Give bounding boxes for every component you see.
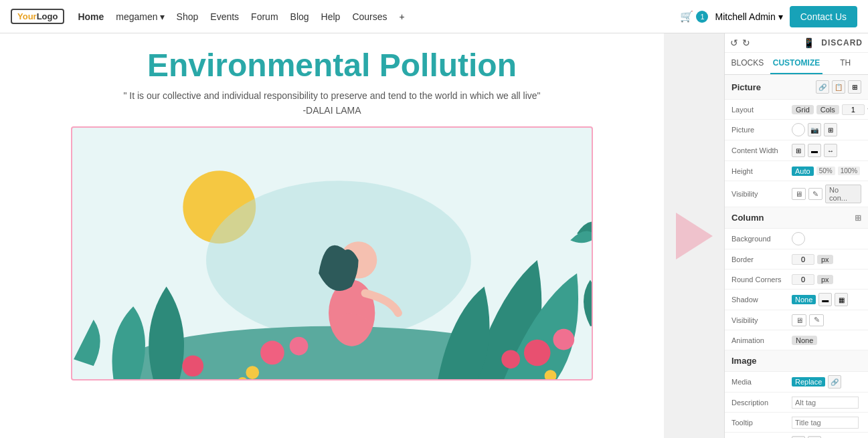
bg-image-icon[interactable]: 📷 [808,123,821,136]
prop-round-corners: Round Corners px [725,269,868,290]
page-title: Environmental Pollution [147,47,517,84]
prop-picture-bg-controls: 📷 ⊞ [792,123,861,136]
logo[interactable]: YourLogo [11,9,64,24]
nav-home[interactable]: Home [78,11,104,22]
media-label: Media [731,378,792,386]
width-custom-icon[interactable]: ↔ [824,144,837,157]
section-column-label: Column [731,213,764,223]
media-link-icon[interactable]: 🔗 [828,375,841,389]
mobile-icon[interactable]: 📱 [803,37,814,48]
image-container[interactable] [71,126,593,380]
svg-point-11 [501,350,520,368]
tooltip-input[interactable] [792,417,859,429]
media-replace-btn[interactable]: Replace [792,377,825,387]
tab-customize[interactable]: CUSTOMIZE [770,53,822,74]
col-visibility-edit[interactable]: ✎ [809,314,824,326]
nav-megamen[interactable]: megamen ▾ [116,11,164,22]
nav-courses[interactable]: Courses [352,11,387,22]
border-value[interactable] [792,254,814,265]
col-visibility-desktop[interactable]: 🖥 [792,314,806,326]
arrow-area [664,33,724,438]
picture-expand-icon[interactable]: ⊞ [848,80,861,94]
prop-picture-visibility: Visibility 🖥 ✎ No con... [725,181,868,207]
content-area: Environmental Pollution " It is our coll… [0,33,664,438]
nav-forum[interactable]: Forum [251,11,278,22]
nav-shop[interactable]: Shop [177,11,199,22]
prop-transform: Transform ⊡ ⊟ [725,433,868,438]
column-expand-icon[interactable]: ⊞ [855,213,861,223]
picture-copy-icon[interactable]: 📋 [832,80,845,94]
user-menu[interactable]: Mitchell Admin ▾ [715,11,782,22]
layout-cols-num[interactable]: 1 [842,104,865,115]
prop-shadow: Shadow None ▬ ▦ [725,290,868,310]
user-dropdown-icon: ▾ [778,11,783,22]
border-controls: px [792,254,861,265]
shadow-controls: None ▬ ▦ [792,293,861,306]
nav-help[interactable]: Help [321,11,341,22]
prop-tooltip: Tooltip [725,413,868,433]
round-corners-controls: px [792,274,861,285]
contact-button[interactable]: Contact Us [790,6,857,27]
animation-none[interactable]: None [792,336,817,345]
prop-content-width: Content Width ⊞ ▬ ↔ [725,140,868,161]
prop-border: Border px [725,249,868,269]
section-column: Column ⊞ [725,207,868,229]
logo-your: Your [17,11,37,21]
picture-link-icon[interactable]: 🔗 [816,80,829,94]
tab-blocks[interactable]: BLOCKS [725,53,770,74]
visibility-edit-icon[interactable]: ✎ [808,188,822,200]
prop-column-background: Background [725,229,868,249]
top-controls: ↺ ↻ 📱 DISCARD [725,33,868,53]
width-boxed-icon[interactable]: ⊞ [792,144,805,157]
height-100[interactable]: 100% [838,167,861,175]
prop-height: Height Auto 50% 100% [725,161,868,181]
navbar: YourLogo Home megamen ▾ Shop Events Foru… [0,0,868,33]
bg-color-circle[interactable] [792,123,805,136]
shadow-none[interactable]: None [792,295,816,304]
height-label: Height [731,167,792,175]
tab-th[interactable]: TH [822,53,868,74]
nav-events[interactable]: Events [210,11,239,22]
undo-icon[interactable]: ↺ [730,37,738,48]
column-visibility-label: Visibility [731,316,792,324]
round-corners-label: Round Corners [731,276,792,284]
shadow-hard-icon[interactable]: ▦ [835,293,848,306]
prop-layout-controls: Grid Cols 1 ▾ [792,104,868,115]
prop-layout: Layout Grid Cols 1 ▾ [725,100,868,120]
height-controls: Auto 50% 100% [792,167,861,176]
page-author: -DALAI LAMA [302,105,361,116]
redo-icon[interactable]: ↻ [742,37,750,48]
height-50[interactable]: 50% [816,167,835,175]
description-label: Description [731,399,792,407]
column-color-circle[interactable] [792,232,805,245]
prop-picture-background: Picture 📷 ⊞ [725,120,868,140]
content-width-controls: ⊞ ▬ ↔ [792,144,861,157]
bg-pattern-icon[interactable]: ⊞ [824,123,837,136]
cart-symbol: 🛒 [680,10,693,23]
sidebar-tabs: BLOCKS CUSTOMIZE TH [725,53,868,75]
layout-cols[interactable]: Cols [816,105,839,114]
visibility-desktop-icon[interactable]: 🖥 [792,188,806,200]
tooltip-controls [792,417,861,429]
page-subtitle: " It is our collective and individual re… [123,90,540,101]
section-image: Image [725,350,868,372]
shadow-soft-icon[interactable]: ▬ [818,293,832,306]
nav-blog[interactable]: Blog [290,11,309,22]
nav-plus[interactable]: + [400,11,405,22]
nav-links: Home megamen ▾ Shop Events Forum Blog He… [78,11,680,22]
picture-visibility-controls: 🖥 ✎ No con... [792,185,861,203]
section-picture-label: Picture [731,82,761,92]
svg-point-9 [524,340,551,366]
media-controls: Replace 🔗 [792,375,861,389]
width-full-icon[interactable]: ▬ [808,144,821,157]
discard-button[interactable]: DISCARD [821,38,863,47]
visibility-no-con[interactable]: No con... [825,185,861,203]
height-auto[interactable]: Auto [792,167,814,176]
round-corners-value[interactable] [792,274,814,285]
content-width-label: Content Width [731,146,792,154]
cart-icon[interactable]: 🛒 1 [680,10,708,23]
picture-visibility-label: Visibility [731,190,792,198]
layout-grid[interactable]: Grid [792,105,814,114]
description-input[interactable] [792,397,859,409]
column-bg-controls [792,232,861,245]
